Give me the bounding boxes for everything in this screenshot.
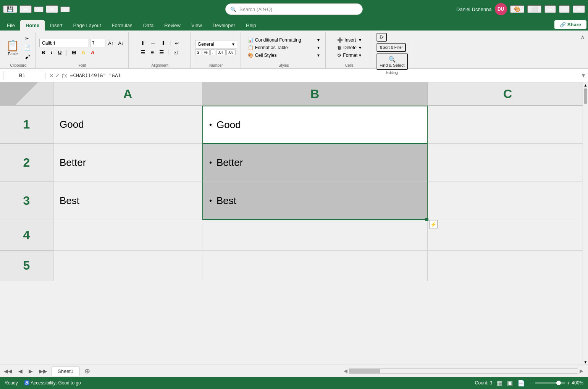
column-header-c[interactable]: C (428, 82, 588, 105)
zoom-slider-thumb[interactable] (556, 381, 561, 385)
cell-c2[interactable] (428, 144, 588, 182)
font-name-input[interactable] (39, 39, 89, 47)
conditional-formatting-button[interactable]: 📊 Conditional Formatting ▾ (246, 37, 322, 43)
minimize-button[interactable]: ─ (544, 5, 556, 13)
sheet-nav-last-button[interactable]: ▶▶ (37, 366, 50, 376)
cell-b2[interactable]: • Better (202, 144, 428, 182)
sheet-nav-prev-button[interactable]: ◀ (16, 366, 25, 376)
cut-button[interactable]: ✂ (23, 35, 32, 42)
font-size-input[interactable] (90, 39, 105, 47)
decrease-decimal-button[interactable]: .0↓ (226, 49, 236, 55)
ribbon-display-button[interactable]: 🎨 (510, 5, 524, 13)
tab-data[interactable]: Data (138, 20, 159, 31)
increase-font-button[interactable]: A↑ (107, 40, 115, 47)
save-button[interactable]: 💾 (3, 5, 17, 13)
zoom-slider[interactable] (535, 382, 565, 384)
formula-content[interactable]: =CHAR(149)&" "&A1 (70, 72, 579, 78)
decrease-font-button[interactable]: A↓ (116, 40, 125, 47)
row-header-5[interactable]: 5 (0, 251, 53, 281)
h-scroll-right-button[interactable]: ▶ (580, 368, 583, 374)
search-box[interactable]: 🔍 Search (Alt+Q) (225, 3, 363, 15)
undo-button[interactable]: ↩ (19, 5, 32, 13)
currency-button[interactable]: $ (195, 49, 201, 55)
cell-b1[interactable]: • Good (202, 106, 428, 144)
cell-a4[interactable] (53, 220, 202, 251)
format-cells-button[interactable]: ⚙ Format ▾ (335, 52, 363, 59)
fill-color-button[interactable]: A (79, 48, 87, 56)
undo-dropdown-button[interactable]: ▾ (34, 6, 44, 12)
cell-reference-box[interactable] (3, 71, 41, 80)
find-select-button[interactable]: 🔍 Find & Select (376, 53, 407, 70)
cell-c4[interactable] (428, 220, 588, 251)
cell-b5[interactable] (202, 251, 428, 281)
add-sheet-button[interactable]: ⊕ (81, 366, 93, 376)
autosum-button[interactable]: Σ ▾ (376, 33, 387, 42)
customize-qat-button[interactable]: ▾ (60, 6, 70, 12)
comma-button[interactable]: , (210, 49, 215, 55)
align-middle-button[interactable]: ↔ (148, 39, 158, 47)
corner-cell[interactable] (0, 82, 53, 105)
sheet-tab-sheet1[interactable]: Sheet1 (51, 366, 80, 376)
h-scroll-left-button[interactable]: ◀ (344, 368, 347, 374)
confirm-formula-button[interactable]: ✓ (55, 72, 60, 79)
sort-filter-button[interactable]: ⇅ Sort & Filter (376, 43, 406, 52)
sheet-nav-first-button[interactable]: ◀◀ (2, 366, 15, 376)
paste-button[interactable]: 📋 Paste (5, 38, 21, 58)
align-top-button[interactable]: ⬆ (138, 39, 147, 47)
align-right-button[interactable]: ☰ (157, 48, 166, 56)
cell-a3[interactable]: Best (53, 182, 202, 220)
tab-developer[interactable]: Developer (207, 20, 241, 31)
user-avatar[interactable]: DU (495, 3, 507, 15)
sheet-nav-next-button[interactable]: ▶ (26, 366, 35, 376)
accessibility-button[interactable]: ♿ Accessibility: Good to go (24, 380, 81, 386)
format-as-table-button[interactable]: 📋 Format as Table ▾ (246, 44, 322, 51)
number-format-dropdown[interactable]: General ▾ (195, 40, 237, 48)
tab-insert[interactable]: Insert (45, 20, 68, 31)
vertical-scrollbar[interactable]: ▲ ▼ (583, 82, 588, 365)
tab-page-layout[interactable]: Page Layout (68, 20, 107, 31)
h-scroll-thumb[interactable] (349, 369, 380, 373)
zoom-out-button[interactable]: ─ (530, 380, 533, 386)
underline-button[interactable]: U (56, 48, 64, 56)
scroll-up-button[interactable]: ▲ (583, 82, 588, 88)
cell-b3[interactable]: • Best ⚡ (202, 182, 428, 220)
ribbon-collapse-button[interactable]: ∧ (579, 32, 586, 68)
normal-view-button[interactable]: ▦ (497, 379, 502, 387)
scroll-down-button[interactable]: ▼ (583, 359, 588, 365)
row-header-1[interactable]: 1 (0, 106, 53, 144)
quick-analysis-button[interactable]: ⚡ (429, 220, 438, 228)
copy-button[interactable]: 📄 (23, 44, 32, 51)
insert-function-button[interactable]: ƒx (61, 72, 67, 79)
redo-button[interactable]: ↪ (46, 5, 58, 13)
delete-cells-button[interactable]: 🗑 Delete ▾ (335, 44, 363, 51)
page-layout-view-button[interactable]: ▣ (507, 379, 513, 387)
font-color-button[interactable]: A (89, 48, 97, 56)
align-bottom-button[interactable]: ⬇ (159, 39, 168, 47)
expand-formula-button[interactable]: ▾ (582, 72, 585, 79)
tab-file[interactable]: File (2, 20, 20, 31)
wrap-text-button[interactable]: ↵ (173, 39, 182, 47)
page-break-view-button[interactable]: 📄 (517, 379, 525, 387)
column-header-a[interactable]: A (53, 82, 202, 105)
share-button[interactable]: 🔗 Share (554, 20, 586, 29)
cell-styles-button[interactable]: 🎨 Cell Styles ▾ (246, 52, 322, 59)
tab-view[interactable]: View (186, 20, 207, 31)
format-painter-button[interactable]: 🖌 (23, 53, 32, 61)
row-header-2[interactable]: 2 (0, 144, 53, 182)
close-button[interactable]: ✕ (573, 5, 585, 13)
bold-button[interactable]: B (39, 48, 47, 56)
percent-button[interactable]: % (202, 49, 210, 55)
scroll-thumb[interactable] (584, 88, 587, 104)
cell-b4[interactable] (202, 220, 428, 251)
cancel-formula-button[interactable]: ✕ (49, 72, 54, 79)
cell-c5[interactable] (428, 251, 588, 281)
tab-review[interactable]: Review (159, 20, 186, 31)
tab-help[interactable]: Help (241, 20, 262, 31)
row-header-4[interactable]: 4 (0, 220, 53, 251)
align-left-button[interactable]: ☰ (138, 48, 148, 56)
search-area[interactable]: 🔍 Search (Alt+Q) (225, 3, 363, 15)
tab-home[interactable]: Home (20, 20, 45, 31)
tab-formulas[interactable]: Formulas (107, 20, 138, 31)
column-header-b[interactable]: B (202, 82, 428, 105)
borders-button[interactable]: ⊞ (69, 48, 78, 56)
